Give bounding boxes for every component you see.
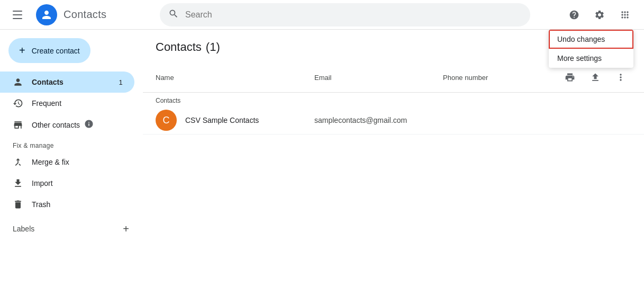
trash-label: Trash bbox=[32, 200, 126, 209]
search-bar bbox=[160, 3, 530, 26]
import-label: Import bbox=[32, 179, 126, 187]
other-contacts-nav-icon bbox=[13, 120, 23, 130]
group-label: Contacts bbox=[143, 93, 644, 106]
page-title: Contacts bbox=[156, 40, 202, 54]
other-contacts-label: Other contacts bbox=[32, 121, 80, 129]
help-button[interactable] bbox=[564, 4, 585, 25]
settings-icon bbox=[594, 10, 605, 20]
print-button[interactable] bbox=[559, 67, 580, 88]
sidebar-item-trash[interactable]: Trash bbox=[0, 194, 134, 215]
more-vertical-icon bbox=[615, 72, 626, 83]
contacts-nav-badge: 1 bbox=[115, 78, 126, 86]
other-contacts-row: Other contacts bbox=[32, 119, 94, 130]
frequent-nav-label: Frequent bbox=[32, 99, 126, 108]
contacts-nav-label: Contacts bbox=[32, 78, 107, 86]
main-layout: + Create contact Contacts 1 Frequent bbox=[0, 30, 644, 286]
name-column-header: Name bbox=[156, 74, 314, 82]
create-contact-button[interactable]: + Create contact bbox=[8, 38, 90, 63]
contact-name: CSV Sample Contacts bbox=[185, 116, 314, 124]
merge-label: Merge & fix bbox=[32, 158, 126, 166]
app-title: Contacts bbox=[64, 8, 106, 21]
undo-changes-item[interactable]: Undo changes bbox=[549, 30, 633, 49]
table-row[interactable]: C CSV Sample Contacts samplecontacts@gma… bbox=[143, 106, 644, 135]
search-input[interactable] bbox=[185, 10, 522, 20]
menu-button[interactable] bbox=[8, 4, 30, 25]
email-column-header: Email bbox=[314, 74, 443, 82]
dropdown-menu: Undo changes More settings bbox=[549, 30, 633, 68]
trash-icon bbox=[13, 199, 23, 210]
export-button[interactable] bbox=[585, 67, 606, 88]
info-icon[interactable] bbox=[84, 119, 94, 130]
search-icon bbox=[168, 8, 179, 21]
sidebar-item-contacts[interactable]: Contacts 1 bbox=[0, 72, 134, 93]
frequent-nav-icon bbox=[13, 98, 23, 109]
more-button[interactable] bbox=[610, 67, 631, 88]
export-icon bbox=[590, 72, 601, 83]
sidebar-item-import[interactable]: Import bbox=[0, 173, 134, 194]
app-logo bbox=[36, 4, 57, 25]
header-left: Contacts bbox=[8, 4, 151, 25]
action-column-header bbox=[559, 67, 631, 88]
avatar: C bbox=[156, 110, 177, 131]
print-icon bbox=[565, 72, 575, 83]
merge-icon bbox=[13, 157, 23, 167]
fix-manage-section-title: Fix & manage bbox=[0, 136, 143, 151]
sidebar-item-frequent[interactable]: Frequent bbox=[0, 93, 134, 114]
settings-button[interactable] bbox=[589, 4, 610, 25]
sidebar-item-merge[interactable]: Merge & fix bbox=[0, 151, 134, 173]
more-settings-item[interactable]: More settings bbox=[549, 49, 633, 68]
hamburger-icon bbox=[13, 8, 25, 21]
phone-column-header: Phone number bbox=[443, 74, 559, 82]
contacts-logo-icon bbox=[40, 8, 53, 21]
labels-row: Labels + bbox=[0, 215, 143, 243]
apps-icon bbox=[620, 10, 630, 20]
add-label-button[interactable]: + bbox=[117, 220, 134, 237]
contact-email: samplecontacts@gmail.com bbox=[314, 116, 515, 124]
main-content: Contacts (1) Name Email Phone number bbox=[143, 30, 644, 286]
sidebar-item-other-contacts[interactable]: Other contacts bbox=[0, 114, 134, 136]
header: Contacts bbox=[0, 0, 644, 30]
header-right bbox=[564, 4, 636, 25]
contacts-nav-icon bbox=[13, 77, 23, 87]
help-icon bbox=[569, 10, 579, 20]
sidebar: + Create contact Contacts 1 Frequent bbox=[0, 30, 143, 286]
labels-title: Labels bbox=[13, 225, 34, 233]
create-plus-icon: + bbox=[19, 44, 25, 57]
contact-count: (1) bbox=[206, 40, 220, 54]
apps-button[interactable] bbox=[614, 4, 636, 25]
create-contact-label: Create contact bbox=[32, 47, 80, 55]
import-icon bbox=[13, 178, 23, 189]
